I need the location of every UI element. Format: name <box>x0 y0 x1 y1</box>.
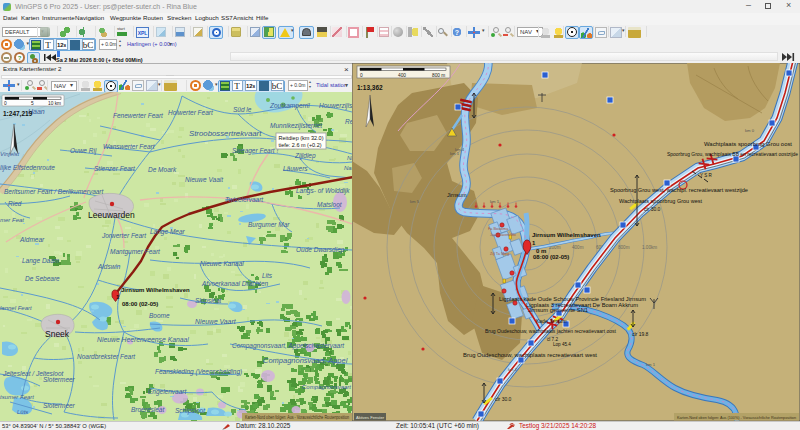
svg-text:Läuwers: Läuwers <box>283 165 308 172</box>
svg-text:Munnikezijlsterriet: Munnikezijlsterriet <box>270 122 323 130</box>
svg-text:clr 30.0: clr 30.0 <box>495 396 512 402</box>
svg-text:Zijldiep: Zijldiep <box>294 152 316 160</box>
svg-text:400m: 400m <box>572 245 584 250</box>
svg-text:Lange Daam: Lange Daam <box>22 257 60 265</box>
svg-text:Berltsumer Feart / Berlikumerv: Berltsumer Feart / Berlikumervaart <box>4 188 105 195</box>
svg-text:Broeresleat: Broeresleat <box>131 406 165 413</box>
svg-text:Afvoerkanaal Drachten: Afvoerkanaal Drachten <box>201 280 269 287</box>
svg-text:Spoorbrug Grou, wachtplaats BB: Spoorbrug Grou, wachtplaats BB en recrea… <box>667 151 798 157</box>
svg-text:Jirnsum gemeente SN1: Jirnsum gemeente SN1 <box>528 307 588 313</box>
svg-text:Slotermeer: Slotermeer <box>43 402 76 409</box>
svg-text:Engelenvaart: Engelenvaart <box>148 388 187 396</box>
svg-text:Compagnonsvaart, Appelschaster: Compagnonsvaart, Appelschastervaart <box>232 342 345 350</box>
svg-text:800 m: 800 m <box>432 73 445 78</box>
svg-text:1:247,219: 1:247,219 <box>3 110 33 118</box>
svg-text:Naa: Naa <box>344 165 352 171</box>
svg-text:Twizelervaart: Twizelervaart <box>225 196 264 203</box>
svg-text:Skipsleat: Skipsleat <box>195 297 223 305</box>
svg-text:Lits: Lits <box>262 272 273 279</box>
svg-text:Lüts: Lüts <box>17 409 28 415</box>
svg-text:Ouwe Rij: Ouwe Rij <box>70 147 97 155</box>
svg-text:km 1: km 1 <box>490 199 500 204</box>
svg-text:Fenewerter Feart: Fenewerter Feart <box>113 112 164 119</box>
svg-text:Brug Oudeschouw, wachtplaats j: Brug Oudeschouw, wachtplaats jachten rec… <box>485 328 617 334</box>
svg-text:0: 0 <box>4 101 7 106</box>
svg-text:km 1: km 1 <box>646 362 656 367</box>
svg-text:Burgumer Mar: Burgumer Mar <box>248 221 290 229</box>
svg-text:Jachthaven Blo: Jachthaven Blo <box>490 233 516 237</box>
svg-text:Brug Oudeschouw, wachtplaats r: Brug Oudeschouw, wachtplaats recreatieva… <box>463 352 598 358</box>
svg-text:Compagnonsvaart (Veen): Compagnonsvaart (Veen) <box>302 384 352 390</box>
svg-text:Holwerter Feart: Holwerter Feart <box>168 109 214 116</box>
svg-text:km 4: km 4 <box>455 147 465 152</box>
svg-text:tsumer Feart: tsumer Feart <box>0 394 34 400</box>
svg-text:Boome: Boome <box>149 312 170 319</box>
svg-text:lijke Elfstedenroute: lijke Elfstedenroute <box>0 164 55 172</box>
svg-text:De Sebeare: De Sebeare <box>25 275 60 282</box>
svg-text:Süd le: Süd le <box>233 106 252 113</box>
svg-text:400: 400 <box>398 73 406 78</box>
svg-text:Jirnsum: Jirnsum <box>447 192 467 198</box>
svg-text:Schipsloot: Schipsloot <box>175 407 206 415</box>
svg-text:Leeuwarden: Leeuwarden <box>88 210 135 220</box>
svg-text:Sweager Feart !: Sweager Feart ! <box>232 147 278 155</box>
svg-text:Aldswin: Aldswin <box>97 263 121 270</box>
svg-text:Feanskieding (Veenscheiding): Feanskieding (Veenscheiding) <box>155 368 242 376</box>
svg-text:Jirnsum Wilhelmshaven: Jirnsum Wilhelmshaven <box>532 232 601 238</box>
svg-text:08:00 (02-05): 08:00 (02-05) <box>533 254 569 260</box>
svg-text:Langs- of Wolddijk: Langs- of Wolddijk <box>296 187 350 195</box>
svg-text:Lange Mear: Lange Mear <box>150 228 186 236</box>
svg-text:km 5: km 5 <box>410 199 420 204</box>
svg-text:Nieuwe Kanaal: Nieuwe Kanaal <box>200 260 244 267</box>
svg-text:Aktives Fenster: Aktives Fenster <box>356 415 385 420</box>
svg-text:Wachtplaats spoorbrug Grou oos: Wachtplaats spoorbrug Grou oost <box>704 141 793 147</box>
svg-text:tiefe: 2.6 m (+0.2): tiefe: 2.6 m (+0.2) <box>279 142 322 148</box>
svg-text:Mantgumer Feart: Mantgumer Feart <box>110 248 161 256</box>
svg-text:Slotermeer: Slotermeer <box>43 376 76 383</box>
svg-text:Wachtplaats spoorbrug Grou wes: Wachtplaats spoorbrug Grou west <box>619 198 703 204</box>
svg-text:De Moark: De Moark <box>148 166 177 173</box>
svg-text:Vinjelst: Vinjelst <box>0 151 20 157</box>
svg-text:Spoorbrug Grou west, wachtpl.: Spoorbrug Grou west, wachtpl. recreatiev… <box>610 187 748 193</box>
svg-text:Reddi: Reddi <box>345 118 352 125</box>
svg-text:Jorwerter Feart: Jorwerter Feart <box>101 232 147 239</box>
svg-text:1.00km: 1.00km <box>642 245 657 250</box>
svg-text:Stroobossertrekvaart: Stroobossertrekvaart <box>189 129 262 138</box>
svg-text:Karten-Nord oben folgen: Aus -: Karten-Nord oben folgen: Aus - Voraussic… <box>245 415 349 420</box>
svg-text:Zijl Ta Ming: Zijl Ta Ming <box>490 252 509 256</box>
svg-text:5: 5 <box>31 101 34 106</box>
svg-text:Lop 45.4: Lop 45.4 <box>553 342 571 347</box>
svg-text:lannel Feart: lannel Feart <box>0 305 32 311</box>
svg-text:Wanswerter Feart: Wanswerter Feart <box>103 143 156 150</box>
svg-text:Ried: Ried <box>8 200 22 207</box>
svg-text:Y S R: Y S R <box>700 173 713 178</box>
svg-text:mer Feat: mer Feat <box>0 217 24 223</box>
svg-text:Noardbrekster Feart: Noardbrekster Feart <box>77 353 136 360</box>
svg-text:800m: 800m <box>618 245 630 250</box>
svg-text:clr 30.0: clr 30.0 <box>644 206 661 212</box>
svg-text:Zoutkamperril: Zoutkamperril <box>269 102 310 110</box>
svg-text:10 km: 10 km <box>48 101 61 106</box>
svg-text:Kade Jirnsum: Kade Jirnsum <box>536 318 567 324</box>
svg-text:08:00 (02-05): 08:00 (02-05) <box>122 301 158 307</box>
svg-text:1:13,362: 1:13,362 <box>357 84 383 92</box>
svg-text:Houwerzijlst: Houwerzijlst <box>319 102 352 110</box>
svg-text:Stienzer Feart: Stienzer Feart <box>94 165 136 172</box>
svg-text:Karten-Nord oben folgen: Aus (: Karten-Nord oben folgen: Aus (100%) - Vo… <box>677 415 797 420</box>
svg-text:Fa Bouwma: Fa Bouwma <box>488 227 509 231</box>
svg-text:clr 19.8: clr 19.8 <box>632 331 649 337</box>
svg-text:km 2: km 2 <box>508 367 518 372</box>
svg-text:0: 0 <box>360 73 363 78</box>
svg-text:Oude Dwarsdiep: Oude Dwarsdiep <box>296 246 345 254</box>
svg-text:Nieuwe Vaart: Nieuwe Vaart <box>195 318 237 325</box>
svg-text:Nieuwe Vaait: Nieuwe Vaait <box>185 176 224 183</box>
svg-text:Jirnsum Wilhelmshaven: Jirnsum Wilhelmshaven <box>121 287 190 293</box>
svg-text:Sneek: Sneek <box>45 329 70 339</box>
svg-text:Nieuwe Heerenveense Kanaal: Nieuwe Heerenveense Kanaal <box>97 336 189 343</box>
svg-text:Aldmear: Aldmear <box>19 236 45 243</box>
svg-text:Reitdiep (km 32.0): Reitdiep (km 32.0) <box>279 135 324 141</box>
svg-text:km 0: km 0 <box>745 128 755 133</box>
svg-text:Compagnonsvaart, Appel: Compagnonsvaart, Appel <box>263 356 348 365</box>
svg-text:Matsloot: Matsloot <box>317 201 343 208</box>
